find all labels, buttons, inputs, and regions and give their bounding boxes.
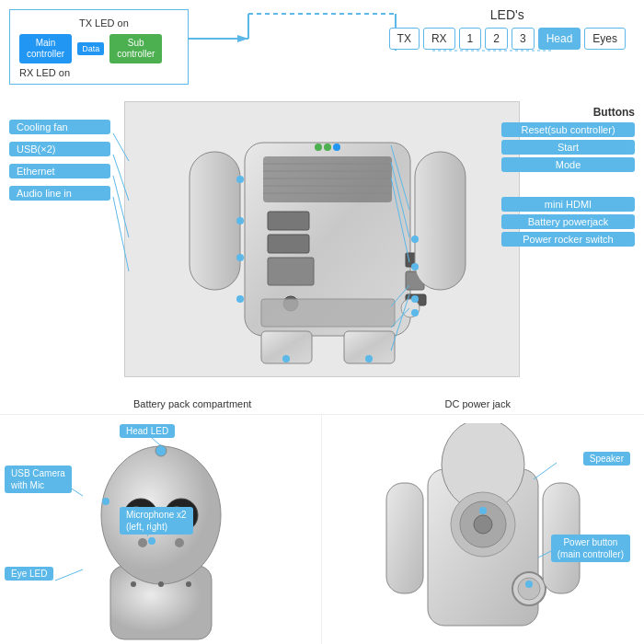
svg-point-81: [525, 581, 533, 588]
svg-point-18: [315, 144, 322, 151]
led-btn-head[interactable]: Head: [538, 28, 581, 50]
svg-rect-24: [190, 152, 240, 290]
label-battery-powerjack: Battery powerjack: [501, 214, 635, 229]
svg-point-33: [236, 295, 244, 303]
svg-point-62: [186, 581, 191, 587]
svg-rect-16: [268, 258, 314, 285]
led-section: LED's TX RX 1 2 3 Head Eyes: [389, 7, 626, 50]
svg-point-64: [102, 498, 109, 505]
led-btn-2[interactable]: 2: [485, 28, 508, 50]
svg-point-75: [474, 515, 492, 534]
middle-section: Cooling fan USB(×2) Ethernet Audio line …: [5, 101, 639, 414]
svg-rect-78: [386, 483, 423, 593]
svg-rect-14: [268, 212, 309, 230]
label-head-led: Head LED: [120, 424, 175, 438]
bottom-labels-group: Battery pack compartment DC power jack: [124, 398, 520, 409]
svg-point-19: [324, 144, 331, 151]
buttons-section-title: Buttons: [501, 106, 635, 119]
led-btn-eyes[interactable]: Eyes: [584, 28, 626, 50]
led-btn-rx[interactable]: RX: [423, 28, 455, 50]
svg-rect-28: [261, 299, 395, 327]
bottom-left-panel: Head LED USB Camerawith Mic Microphone x…: [0, 415, 322, 644]
label-usb-camera: USB Camerawith Mic: [5, 466, 72, 493]
label-dc-power: DC power jack: [444, 398, 511, 409]
svg-rect-25: [415, 152, 466, 290]
label-start: Start: [501, 140, 635, 155]
tx-led-label: TX LED on: [79, 17, 129, 29]
svg-rect-15: [268, 235, 309, 253]
led-btn-1[interactable]: 1: [459, 28, 482, 50]
svg-point-38: [282, 355, 290, 362]
led-btn-3[interactable]: 3: [512, 28, 535, 50]
svg-point-60: [131, 581, 136, 587]
sub-controller-box: Sub controller: [109, 34, 162, 63]
svg-point-34: [411, 236, 419, 243]
label-battery-compartment: Battery pack compartment: [133, 398, 251, 409]
svg-point-35: [411, 263, 419, 270]
label-audio: Audio line in: [9, 186, 110, 201]
left-labels-group: Cooling fan USB(×2) Ethernet Audio line …: [9, 120, 110, 208]
main-controller-box: Main controller: [19, 34, 72, 63]
bottom-right-panel: Speaker Power button(main controller): [322, 415, 644, 644]
svg-point-80: [479, 507, 487, 514]
body-robot-illustration: [382, 423, 584, 644]
top-section: TX LED on Main controller Data Sub contr…: [0, 0, 644, 101]
right-labels-group: Buttons Reset(sub controller) Start Mode…: [501, 106, 635, 249]
label-microphone: Microphone x2(left, right): [120, 507, 193, 535]
svg-point-39: [365, 355, 373, 362]
svg-point-65: [148, 537, 155, 545]
svg-point-31: [236, 217, 244, 224]
svg-point-30: [236, 176, 244, 183]
bottom-section: Head LED USB Camerawith Mic Microphone x…: [0, 414, 644, 644]
label-power-button: Power button(main controller): [551, 535, 630, 562]
label-speaker: Speaker: [583, 452, 630, 466]
svg-point-63: [157, 447, 165, 454]
led-btn-tx[interactable]: TX: [389, 28, 420, 50]
data-badge: Data: [77, 42, 104, 55]
label-usb: USB(×2): [9, 142, 110, 156]
robot-main-image: [124, 101, 520, 377]
label-power-rocker: Power rocker switch: [501, 232, 635, 247]
svg-point-37: [411, 309, 419, 316]
label-ethernet: Ethernet: [9, 164, 110, 178]
label-mode: Mode: [501, 157, 635, 172]
label-cooling-fan: Cooling fan: [9, 120, 110, 134]
label-eye-led: Eye LED: [5, 567, 53, 581]
label-reset: Reset(sub controller): [501, 122, 635, 137]
robot-illustration: [125, 106, 519, 373]
rx-led-label: RX LED on: [19, 67, 178, 78]
svg-point-58: [138, 538, 147, 547]
svg-point-20: [333, 144, 340, 151]
svg-point-32: [236, 254, 244, 261]
leds-title: LED's: [389, 7, 626, 22]
label-mini-hdmi: mini HDMI: [501, 197, 635, 212]
svg-point-36: [411, 295, 419, 303]
svg-point-59: [175, 538, 184, 547]
led-buttons-row: TX RX 1 2 3 Head Eyes: [389, 28, 626, 50]
controller-diagram: TX LED on Main controller Data Sub contr…: [9, 9, 189, 85]
svg-point-61: [158, 581, 164, 587]
